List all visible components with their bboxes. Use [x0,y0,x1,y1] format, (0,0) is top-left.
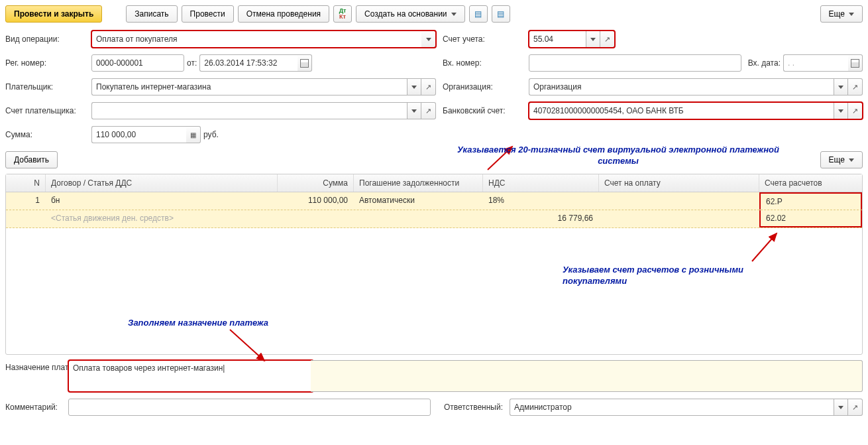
op-type-field[interactable]: Оплата от покупателя [91,31,436,48]
org-label: Организация: [443,82,522,92]
save-button[interactable]: Записать [126,5,177,23]
calculator-icon: ▦ [190,131,196,139]
account-label: Счет учета: [443,34,522,44]
cell-dds[interactable]: <Статья движения ден. средств> [46,210,278,227]
th-n[interactable]: N [6,174,46,192]
sum-input[interactable]: 110 000,00 [91,126,186,143]
account-open[interactable] [600,31,615,48]
indate-cal-button[interactable] [848,54,863,72]
th-pog[interactable]: Погашение задолженности [354,174,483,192]
sum-field[interactable]: 110 000,00 ▦ [91,126,201,143]
resp-field[interactable]: Администратор [510,399,863,416]
table-row[interactable]: 1 бн 110 000,00 Автоматически 18% 62.Р <… [6,192,862,228]
arrow-purpose [225,328,278,364]
innum-label: Вх. номер: [443,58,522,68]
account-input[interactable]: 55.04 [529,31,586,48]
th-schet[interactable]: Счет на оплату [599,174,759,192]
add-row-button[interactable]: Добавить [5,151,58,168]
payer-label: Плательщик: [5,82,85,92]
account-dropdown[interactable] [586,31,600,48]
currency-label: руб. [203,130,219,139]
payer-dropdown[interactable] [407,78,421,95]
document-icon-2: ▤ [497,9,504,19]
date-cal-button[interactable] [298,54,312,72]
regnum-input[interactable]: 0000-000001 [91,54,184,72]
print-button[interactable]: ▤ [492,5,510,23]
print-secondary-button[interactable]: ▤ [469,5,488,23]
cell-rasch1[interactable]: 62.Р [759,192,862,210]
comment-input[interactable] [68,399,431,416]
cell-nds-sum[interactable]: 16 779,66 [483,210,599,227]
purpose-textarea-ext[interactable] [311,360,863,392]
indate-label: Вх. дата: [748,58,781,68]
main-toolbar: Провести и закрыть Записать Провести Отм… [5,5,863,23]
payeracc-open[interactable] [421,102,436,119]
purpose-row: Назначение платежа: Оплата товаров через… [5,360,863,392]
date-field[interactable]: 26.03.2014 17:53:32 [199,54,312,72]
payer-input[interactable]: Покупатель интернет-магазина [91,78,407,95]
payeracc-field[interactable] [91,102,436,119]
bankacc-dropdown[interactable] [834,102,848,119]
op-type-label: Вид операции: [5,34,85,44]
cell-dogovor[interactable]: бн [46,192,278,210]
cell-pog[interactable]: Автоматически [354,192,483,210]
table-empty-area: Указываем счет расчетов с розничными пок… [6,228,862,354]
payeracc-input[interactable] [91,102,407,119]
cell-n[interactable]: 1 [6,192,46,210]
dtkt-icon: ДтКт [339,8,347,20]
document-icon: ▤ [474,9,482,19]
th-dogovor[interactable]: Договор / Статья ДДС [46,174,278,192]
post-button[interactable]: Провести [182,5,234,23]
innum-input[interactable] [529,54,741,72]
more-button[interactable]: Еще [820,5,863,23]
op-type-input[interactable]: Оплата от покупателя [91,31,421,48]
org-dropdown[interactable] [834,78,848,95]
resp-input[interactable]: Администратор [510,399,834,416]
indate-input[interactable]: . . [783,54,848,72]
purpose-textarea[interactable]: Оплата товаров через интернет-магазин [68,360,313,392]
payeracc-dropdown[interactable] [407,102,421,119]
org-input[interactable]: Организация [529,78,834,95]
th-sum[interactable]: Сумма [278,174,354,192]
bankacc-open[interactable] [848,102,863,119]
dtkt-button[interactable]: ДтКт [333,5,352,23]
regnum-label: Рег. номер: [5,58,85,68]
bankacc-field[interactable]: 40702810000000005454, ОАО БАНК ВТБ [529,102,863,119]
annot-purpose: Заполняем назначение платежа [99,318,298,329]
org-open[interactable] [848,78,863,95]
svg-line-2 [230,330,264,361]
org-field[interactable]: Организация [529,78,863,95]
table-more-button[interactable]: Еще [820,151,863,168]
account-field[interactable]: 55.04 [529,31,615,48]
resp-open[interactable] [848,399,863,416]
cell-rasch2[interactable]: 62.02 [759,210,862,227]
resp-dropdown[interactable] [834,399,848,416]
th-rasch[interactable]: Счета расчетов [759,174,862,192]
purpose-label: Назначение платежа: [5,360,62,372]
payer-open[interactable] [421,78,436,95]
form-area: Вид операции: Оплата от покупателя Счет … [5,31,863,143]
create-based-button[interactable]: Создать на основании [356,5,465,23]
annot-bank: Указывается 20-тизначный счет виртуально… [443,145,794,167]
table-header: N Договор / Статья ДДС Сумма Погашение з… [6,174,862,192]
payer-field[interactable]: Покупатель интернет-магазина [91,78,436,95]
th-nds[interactable]: НДС [483,174,599,192]
resp-label: Ответственный: [444,403,503,412]
indate-field[interactable]: . . [783,54,863,72]
cell-schet[interactable] [599,192,759,210]
from-label: от: [187,58,197,68]
post-close-button[interactable]: Провести и закрыть [5,5,102,23]
bottom-row: Комментарий: Ответственный: Администрато… [5,399,863,416]
op-type-dropdown[interactable] [421,31,436,48]
bankacc-input[interactable]: 40702810000000005454, ОАО БАНК ВТБ [529,102,834,119]
unpost-button[interactable]: Отмена проведения [238,5,329,23]
sum-calc-button[interactable]: ▦ [186,126,201,143]
annot-rasch: Указываем счет расчетов с розничными пок… [563,265,788,287]
comment-label: Комментарий: [5,403,62,412]
arrow-rasch [747,231,787,265]
date-input[interactable]: 26.03.2014 17:53:32 [199,54,298,72]
table-body: 1 бн 110 000,00 Автоматически 18% 62.Р <… [6,192,862,228]
cell-nds-rate[interactable]: 18% [483,192,599,210]
svg-line-1 [752,233,777,261]
cell-sum[interactable]: 110 000,00 [278,192,354,210]
